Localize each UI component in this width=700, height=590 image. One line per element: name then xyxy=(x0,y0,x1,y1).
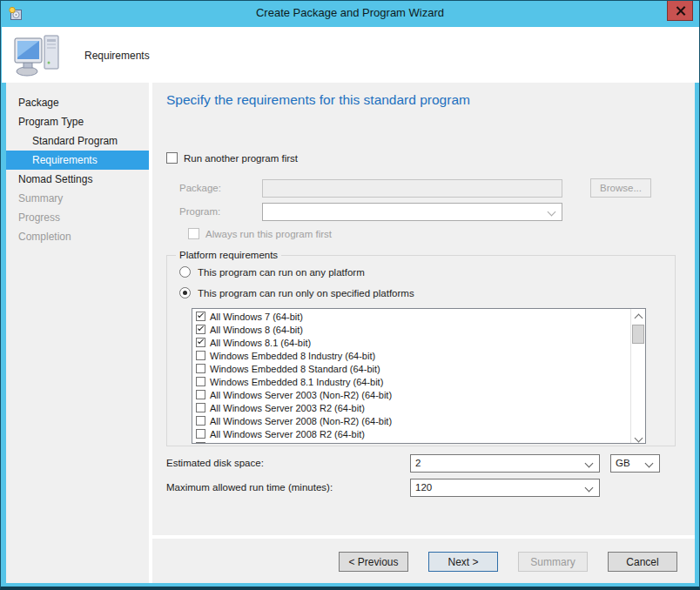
disk-space-dropdown[interactable]: 2 xyxy=(410,454,600,473)
platform-row[interactable]: Windows Embedded 8 Standard (64-bit) xyxy=(192,362,630,375)
program-dropdown[interactable] xyxy=(262,203,562,221)
chevron-down-icon xyxy=(585,459,594,468)
sidebar-item-progress[interactable]: Progress xyxy=(6,208,149,227)
platform-label: All Windows Server 2012 R2 (64-bit) xyxy=(210,442,365,445)
wizard-page-content: Specify the requirements for this standa… xyxy=(152,83,695,535)
scroll-down-button[interactable] xyxy=(631,429,645,443)
platform-checkbox[interactable] xyxy=(196,416,205,426)
sidebar-item-nomad-settings[interactable]: Nomad Settings xyxy=(6,170,149,189)
sidebar-item-requirements[interactable]: Requirements xyxy=(6,151,149,170)
platform-checkbox[interactable] xyxy=(196,403,205,412)
wizard-banner: Requirements xyxy=(2,27,700,83)
specified-platforms-label: This program can run only on specified p… xyxy=(198,288,414,298)
platform-row[interactable]: All Windows Server 2008 (Non-R2) (64-bit… xyxy=(192,414,630,427)
previous-button[interactable]: < Previous xyxy=(339,552,408,572)
close-button[interactable] xyxy=(667,1,693,21)
wizard-window: Create Package and Program Wizard Requir… xyxy=(0,0,700,590)
chevron-down-icon xyxy=(645,459,654,468)
chevron-up-icon xyxy=(634,314,643,323)
platform-row[interactable]: All Windows Server 2012 R2 (64-bit) xyxy=(192,440,630,444)
platform-row[interactable]: Windows Embedded 8.1 Industry (64-bit) xyxy=(192,375,630,388)
platform-label: Windows Embedded 8 Standard (64-bit) xyxy=(210,364,380,374)
next-button[interactable]: Next > xyxy=(428,552,498,572)
sidebar-item-package[interactable]: Package xyxy=(6,93,149,112)
platform-checkbox[interactable] xyxy=(196,377,205,386)
disk-space-value: 2 xyxy=(415,458,421,468)
platform-label: All Windows Server 2008 R2 (64-bit) xyxy=(210,429,365,439)
run-time-value: 120 xyxy=(415,482,432,493)
platform-checkbox[interactable] xyxy=(196,429,205,439)
check-icon xyxy=(198,312,204,318)
close-icon xyxy=(676,5,686,16)
run-another-program-label: Run another program first xyxy=(184,153,298,164)
platform-label: Windows Embedded 8.1 Industry (64-bit) xyxy=(210,377,383,387)
platform-label: All Windows 8 (64-bit) xyxy=(210,325,303,335)
platform-row[interactable]: All Windows 8 (64-bit) xyxy=(192,323,630,336)
platform-label: All Windows 7 (64-bit) xyxy=(210,312,303,322)
platform-requirements-group-title: Platform requirements xyxy=(176,250,281,260)
computer-icon xyxy=(13,34,69,77)
platform-checkbox[interactable] xyxy=(196,338,205,347)
chevron-down-icon xyxy=(634,434,643,443)
platform-checkbox[interactable] xyxy=(196,325,205,334)
wizard-footer: < Previous Next > Summary Cancel xyxy=(152,539,695,583)
platform-label: All Windows Server 2003 (Non-R2) (64-bit… xyxy=(210,390,392,400)
disk-space-unit-value: GB xyxy=(616,458,630,468)
platform-label: All Windows Server 2003 R2 (64-bit) xyxy=(210,403,365,413)
platform-row[interactable]: Windows Embedded 8 Industry (64-bit) xyxy=(192,349,630,362)
platform-checkbox[interactable] xyxy=(196,442,205,444)
chevron-down-icon xyxy=(548,208,556,217)
always-run-label: Always run this program first xyxy=(205,229,332,239)
platform-checkbox[interactable] xyxy=(196,364,205,373)
always-run-checkbox[interactable] xyxy=(188,228,199,239)
platform-row[interactable]: All Windows Server 2003 R2 (64-bit) xyxy=(192,401,630,414)
sidebar-item-summary[interactable]: Summary xyxy=(6,189,149,208)
scroll-up-button[interactable] xyxy=(631,309,645,323)
chevron-down-icon xyxy=(585,484,594,493)
run-another-program-checkbox-row[interactable]: Run another program first xyxy=(166,152,298,164)
specified-platforms-radio-row[interactable]: This program can run only on specified p… xyxy=(179,287,414,298)
package-input[interactable] xyxy=(262,179,562,198)
any-platform-label: This program can run on any platform xyxy=(198,267,365,278)
wizard-steps-sidebar: Package Program Type Standard Program Re… xyxy=(6,83,149,583)
disk-space-label: Estimated disk space: xyxy=(166,458,264,468)
always-run-checkbox-row[interactable]: Always run this program first xyxy=(188,228,332,239)
specified-platforms-radio[interactable] xyxy=(179,287,191,298)
check-icon xyxy=(198,325,204,331)
window-title: Create Package and Program Wizard xyxy=(1,6,699,19)
sidebar-item-program-type[interactable]: Program Type xyxy=(6,112,149,131)
platform-requirements-group: Platform requirements This program can r… xyxy=(166,255,676,446)
disk-space-unit-dropdown[interactable]: GB xyxy=(610,454,660,473)
platform-label: All Windows Server 2008 (Non-R2) (64-bit… xyxy=(210,416,392,426)
scrollbar-thumb[interactable] xyxy=(632,325,644,344)
platforms-listbox[interactable]: All Windows 7 (64-bit) All Windows 8 (64… xyxy=(192,308,646,444)
list-scrollbar[interactable] xyxy=(630,309,645,443)
page-title: Specify the requirements for this standa… xyxy=(166,92,470,108)
platform-row[interactable]: All Windows Server 2008 R2 (64-bit) xyxy=(192,427,630,440)
platform-label: Windows Embedded 8 Industry (64-bit) xyxy=(210,351,375,361)
platform-row[interactable]: All Windows Server 2003 (Non-R2) (64-bit… xyxy=(192,388,630,401)
browse-button[interactable]: Browse... xyxy=(590,178,651,198)
run-another-program-checkbox[interactable] xyxy=(166,152,178,164)
platform-row[interactable]: All Windows 8.1 (64-bit) xyxy=(192,336,630,349)
check-icon xyxy=(198,338,204,344)
any-platform-radio-row[interactable]: This program can run on any platform xyxy=(179,266,365,278)
platform-row[interactable]: All Windows 7 (64-bit) xyxy=(192,310,630,323)
platform-checkbox[interactable] xyxy=(196,351,205,360)
run-time-dropdown[interactable]: 120 xyxy=(410,479,600,497)
any-platform-radio[interactable] xyxy=(179,266,191,278)
platform-checkbox[interactable] xyxy=(196,390,205,399)
cancel-button[interactable]: Cancel xyxy=(608,552,677,572)
package-label: Package: xyxy=(179,183,221,193)
platforms-list: All Windows 7 (64-bit) All Windows 8 (64… xyxy=(192,310,630,444)
program-label: Program: xyxy=(179,206,220,217)
banner-step-title: Requirements xyxy=(84,50,150,62)
platform-checkbox[interactable] xyxy=(196,312,205,321)
summary-button[interactable]: Summary xyxy=(518,552,588,572)
titlebar[interactable]: Create Package and Program Wizard xyxy=(1,1,699,27)
sidebar-item-completion[interactable]: Completion xyxy=(6,227,149,246)
platform-label: All Windows 8.1 (64-bit) xyxy=(210,338,311,348)
sidebar-item-standard-program[interactable]: Standard Program xyxy=(6,131,149,151)
run-time-label: Maximum allowed run time (minutes): xyxy=(166,482,333,493)
